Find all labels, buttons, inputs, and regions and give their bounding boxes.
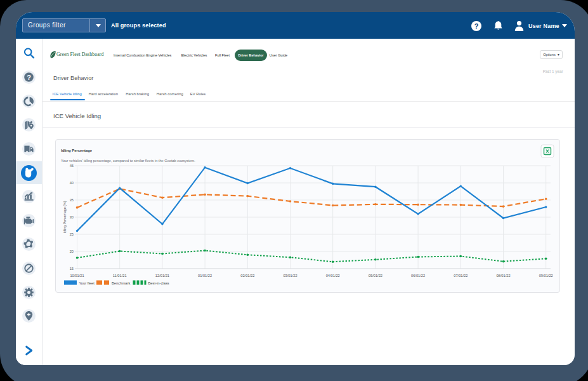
svg-text:Benchmark: Benchmark — [112, 281, 130, 285]
svg-text:Idling Percentage (%): Idling Percentage (%) — [63, 201, 67, 233]
svg-text:Your vehicles' idling percenta: Your vehicles' idling percentage, compar… — [61, 159, 195, 163]
svg-text:30: 30 — [70, 215, 74, 219]
svg-text:03/01/22: 03/01/22 — [283, 274, 297, 277]
svg-text:Idling Percentage: Idling Percentage — [61, 149, 93, 152]
svg-text:11/01/21: 11/01/21 — [113, 274, 127, 277]
svg-text:Best-in-class: Best-in-class — [148, 281, 169, 285]
svg-text:10/01/21: 10/01/21 — [70, 274, 84, 277]
svg-text:02/01/22: 02/01/22 — [240, 274, 254, 277]
svg-text:Your fleet: Your fleet — [79, 281, 95, 285]
svg-text:12/01/21: 12/01/21 — [155, 274, 169, 277]
svg-text:40: 40 — [70, 181, 74, 185]
svg-text:06/01/22: 06/01/22 — [411, 274, 425, 277]
svg-text:04/01/22: 04/01/22 — [326, 274, 340, 277]
svg-text:35: 35 — [70, 198, 74, 202]
svg-text:08/01/22: 08/01/22 — [496, 274, 510, 277]
svg-text:45: 45 — [70, 164, 74, 168]
svg-text:?: ? — [27, 74, 31, 81]
svg-text:01/01/22: 01/01/22 — [198, 274, 212, 277]
svg-text:07/01/22: 07/01/22 — [454, 274, 467, 277]
svg-text:20: 20 — [70, 250, 74, 253]
svg-text:05/01/22: 05/01/22 — [369, 274, 382, 277]
svg-text:09/01/22: 09/01/22 — [539, 274, 553, 277]
svg-text:25: 25 — [70, 232, 74, 236]
svg-text:15: 15 — [70, 267, 74, 271]
